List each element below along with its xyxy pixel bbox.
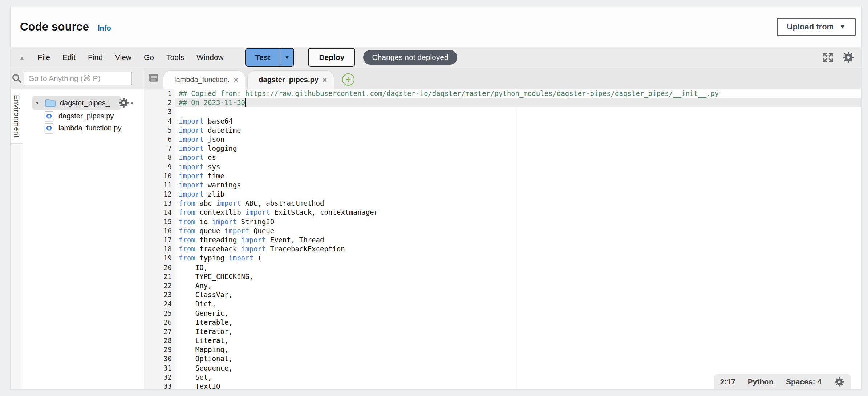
code-content: ## Copied from: https://raw.githubuserco… xyxy=(175,89,861,389)
test-dropdown[interactable]: ▼ xyxy=(280,49,293,66)
python-file-icon xyxy=(44,111,54,122)
gutter-line-number: 27 xyxy=(144,327,175,336)
test-button[interactable]: Test ▼ xyxy=(245,48,295,67)
gutter-line-number: 1 xyxy=(144,89,175,98)
code-line[interactable]: from abc import ABC, abstractmethod xyxy=(175,199,861,208)
tree-folder-row[interactable]: ▾ dagster_pipes_funct ▾ xyxy=(23,96,144,110)
code-line[interactable]: Iterator, xyxy=(175,327,861,336)
deploy-button[interactable]: Deploy xyxy=(308,48,355,67)
gutter-line-number: 29 xyxy=(144,345,175,354)
close-tab-icon[interactable]: × xyxy=(233,76,238,84)
tab-list-button[interactable] xyxy=(148,72,159,85)
menu-item-edit[interactable]: Edit xyxy=(56,53,82,62)
code-line[interactable]: from traceback import TracebackException xyxy=(175,245,861,254)
menu-item-find[interactable]: Find xyxy=(82,53,109,62)
editor-settings-button[interactable] xyxy=(842,51,855,64)
fullscreen-button[interactable] xyxy=(822,51,835,64)
menu-item-tools[interactable]: Tools xyxy=(160,53,190,62)
code-line[interactable]: Any, xyxy=(175,281,861,290)
code-line[interactable]: import json xyxy=(175,135,861,144)
gutter-line-number: 7 xyxy=(144,144,175,153)
folder-name: dagster_pipes_funct xyxy=(60,99,110,107)
code-line[interactable]: Iterable, xyxy=(175,318,861,327)
code-line[interactable]: Literal, xyxy=(175,336,861,345)
code-line[interactable]: IO, xyxy=(175,263,861,272)
goto-anything-input[interactable] xyxy=(24,72,132,85)
menu-item-file[interactable]: File xyxy=(32,53,56,62)
status-settings-button[interactable] xyxy=(834,376,845,387)
info-link[interactable]: Info xyxy=(98,24,111,32)
editor-tab-lambda_function-[interactable]: lambda_function.× xyxy=(163,70,245,89)
collapse-editor-icon[interactable]: ▲ xyxy=(19,54,32,61)
tab-list-icon xyxy=(148,72,159,84)
caret-expanded-icon[interactable]: ▾ xyxy=(36,100,45,106)
code-line[interactable]: ## On 2023-11-30 xyxy=(175,98,861,107)
gutter-line-number: 22 xyxy=(144,281,175,290)
menu-item-view[interactable]: View xyxy=(109,53,138,62)
code-line[interactable]: import base64 xyxy=(175,117,861,126)
tab-label: lambda_function. xyxy=(174,76,230,84)
gutter-line-number: 19 xyxy=(144,254,175,263)
code-line[interactable] xyxy=(175,107,861,116)
code-editor[interactable]: 1234567891011121314151617181920212223242… xyxy=(144,89,861,389)
cursor-position[interactable]: 2:17 xyxy=(720,377,735,386)
gutter-line-number: 9 xyxy=(144,162,175,171)
menu-item-window[interactable]: Window xyxy=(190,53,230,62)
gutter-line-number: 20 xyxy=(144,263,175,272)
code-line[interactable]: ClassVar, xyxy=(175,290,861,299)
code-line[interactable]: import os xyxy=(175,153,861,162)
code-line[interactable]: from queue import Queue xyxy=(175,226,861,235)
editor-tab-dagster_pipes-py[interactable]: dagster_pipes.py× xyxy=(247,70,334,89)
deploy-status-badge: Changes not deployed xyxy=(363,50,457,65)
new-tab-button[interactable]: + xyxy=(342,73,354,86)
gear-icon xyxy=(842,51,855,64)
gutter-line-number: 16 xyxy=(144,226,175,235)
code-line[interactable]: from typing import ( xyxy=(175,254,861,263)
code-line[interactable]: Optional, xyxy=(175,354,861,363)
gutter-line-number: 21 xyxy=(144,272,175,281)
caret-down-icon: ▾ xyxy=(131,100,139,106)
code-line[interactable]: Sequence, xyxy=(175,364,861,373)
code-line[interactable]: import sys xyxy=(175,162,861,171)
gear-icon xyxy=(118,97,129,108)
code-line[interactable]: import time xyxy=(175,171,861,181)
code-line[interactable]: TYPE_CHECKING, xyxy=(175,272,861,281)
gutter-line-number: 25 xyxy=(144,309,175,318)
code-line[interactable]: from contextlib import ExitStack, contex… xyxy=(175,208,861,217)
gutter-line-number: 4 xyxy=(144,117,175,126)
tab-bar: lambda_function.×dagster_pipes.py× + xyxy=(144,68,861,89)
code-line[interactable]: import warnings xyxy=(175,181,861,190)
code-line[interactable]: import zlib xyxy=(175,190,861,199)
panel-header: Code source Info Upload from ▼ xyxy=(11,7,861,47)
code-line[interactable]: from io import StringIO xyxy=(175,217,861,226)
tab-label: dagster_pipes.py xyxy=(259,76,319,84)
gutter-line-number: 18 xyxy=(144,245,175,254)
language-mode[interactable]: Python xyxy=(748,377,774,386)
tree-file-dagster_pipes-py[interactable]: dagster_pipes.py xyxy=(23,110,144,122)
sidebar-search-row xyxy=(11,68,144,89)
code-line[interactable]: Dict, xyxy=(175,299,861,308)
environment-tab[interactable]: Environment xyxy=(11,89,23,144)
upload-from-button[interactable]: Upload from ▼ xyxy=(777,18,856,36)
indent-setting[interactable]: Spaces: 4 xyxy=(786,377,822,386)
code-line[interactable]: ## Copied from: https://raw.githubuserco… xyxy=(175,89,861,98)
close-tab-icon[interactable]: × xyxy=(322,76,327,84)
folder-icon xyxy=(45,98,56,108)
code-line[interactable]: Generic, xyxy=(175,309,861,318)
code-line[interactable]: import datetime xyxy=(175,126,861,135)
search-icon[interactable] xyxy=(11,73,22,84)
code-source-panel: Code source Info Upload from ▼ ▲ FileEdi… xyxy=(10,7,862,390)
gutter-line-number: 5 xyxy=(144,126,175,135)
gutter-line-number: 13 xyxy=(144,199,175,208)
tree-settings-button[interactable]: ▾ xyxy=(118,97,139,108)
code-line[interactable]: from threading import Event, Thread xyxy=(175,235,861,245)
gutter-line-number: 11 xyxy=(144,181,175,190)
file-name: lambda_function.py xyxy=(58,124,121,132)
menu-item-go[interactable]: Go xyxy=(138,53,160,62)
editor-status-bar: 2:17 Python Spaces: 4 xyxy=(714,374,851,389)
code-line[interactable]: import logging xyxy=(175,144,861,153)
text-cursor xyxy=(245,98,246,107)
gutter-line-number: 33 xyxy=(144,382,175,389)
code-line[interactable]: Mapping, xyxy=(175,345,861,354)
tree-file-lambda_function-py[interactable]: lambda_function.py xyxy=(23,122,144,134)
